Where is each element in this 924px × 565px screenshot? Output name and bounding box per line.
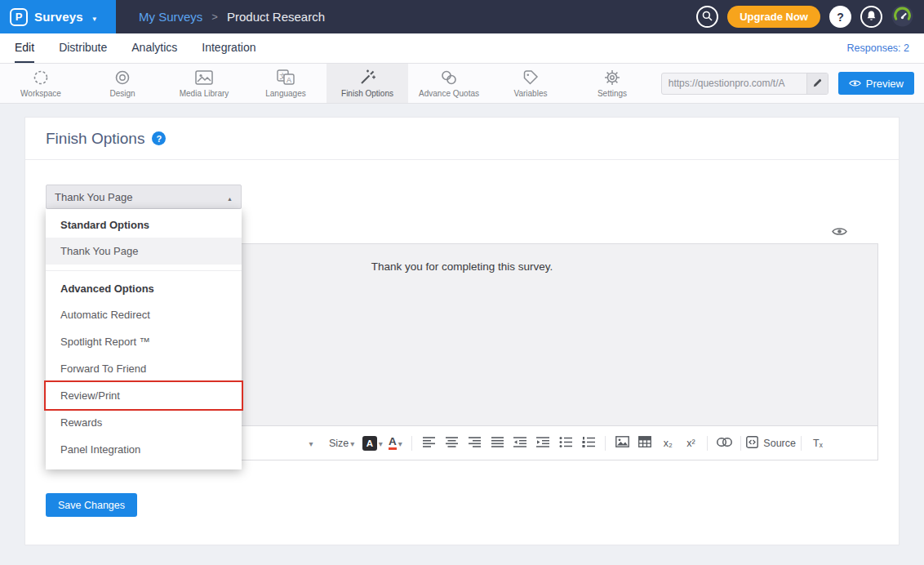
toolbar-item-languages[interactable]: 文A Languages (245, 64, 327, 103)
menu-item-forward-to-friend[interactable]: Forward To Friend (46, 355, 242, 382)
survey-section-tabs: Edit Distribute Analytics Integration Re… (0, 33, 924, 64)
topbar-actions: Upgrade Now ? (696, 6, 924, 28)
toolbar-item-finish-options[interactable]: Finish Options (327, 64, 408, 103)
tab-distribute[interactable]: Distribute (59, 33, 107, 63)
justify-button[interactable] (486, 433, 509, 454)
insert-table-button[interactable] (633, 433, 656, 454)
content-area: Finish Options ? Thank You Page Standard… (0, 104, 924, 565)
menu-item-automatic-redirect[interactable]: Automatic Redirect (46, 301, 242, 328)
survey-url-field[interactable]: https://questionpro.com/t/A (661, 73, 828, 95)
save-changes-button[interactable]: Save Changes (46, 493, 137, 517)
menu-item-spotlight-report[interactable]: Spotlight Report ™ (46, 328, 242, 355)
chain-links-icon (440, 69, 458, 86)
finish-option-select[interactable]: Thank You Page (46, 185, 242, 209)
align-right-icon (469, 437, 481, 450)
help-button[interactable]: ? (829, 6, 851, 28)
toolbar-separator (801, 436, 802, 451)
background-color-icon: A (362, 436, 377, 451)
menu-group-advanced-options: Advanced Options (46, 273, 242, 301)
edit-url-button[interactable] (806, 73, 828, 94)
eye-icon (832, 226, 847, 239)
numbered-list-button[interactable] (577, 433, 600, 454)
chevron-down-icon (350, 437, 354, 449)
table-icon (638, 436, 651, 450)
outdent-icon (513, 437, 526, 450)
insert-image-button[interactable] (611, 433, 633, 454)
tag-icon (522, 69, 539, 86)
breadcrumb-my-surveys[interactable]: My Surveys (139, 10, 202, 24)
subscript-button[interactable]: x₂ (656, 433, 679, 454)
tab-edit[interactable]: Edit (15, 33, 34, 63)
toolbar-separator (411, 436, 412, 451)
card-body: Thank You Page Standard Options Thank Yo… (25, 160, 899, 545)
numbered-list-icon (582, 437, 595, 450)
product-switcher[interactable]: P Surveys (0, 0, 116, 33)
questionpro-logo-icon: P (10, 8, 28, 26)
question-mark-icon: ? (837, 11, 844, 24)
page-title: Finish Options (46, 130, 144, 148)
toolbar-item-advance-quotas[interactable]: Advance Quotas (408, 64, 490, 103)
increase-indent-button[interactable] (531, 433, 554, 454)
select-value: Thank You Page (55, 191, 132, 203)
media-library-icon (195, 69, 213, 86)
remove-format-icon: Tₓ (813, 438, 823, 449)
toolbar-separator (605, 436, 606, 451)
insert-link-button[interactable] (713, 433, 735, 454)
workspace-icon (33, 69, 49, 86)
questionpro-app: P Surveys My Surveys > Product Research … (0, 0, 924, 565)
chevron-down-icon (379, 437, 383, 449)
responses-count[interactable]: Responses: 2 (847, 42, 909, 54)
tab-integration[interactable]: Integration (202, 33, 255, 63)
toolbar-item-design[interactable]: Design (82, 64, 163, 103)
remove-format-button[interactable]: Tₓ (806, 433, 829, 454)
search-button[interactable] (696, 6, 718, 28)
image-icon (615, 436, 629, 450)
page-help-button[interactable]: ? (152, 131, 166, 145)
breadcrumb-separator: > (211, 11, 218, 23)
subscript-icon: x₂ (664, 438, 673, 449)
toolbar-item-variables[interactable]: Variables (490, 64, 571, 103)
toggle-editor-preview-button[interactable] (832, 226, 847, 239)
notifications-button[interactable] (860, 6, 882, 28)
upgrade-now-button[interactable]: Upgrade Now (727, 6, 820, 28)
chevron-up-icon (227, 191, 233, 203)
preview-button[interactable]: Preview (838, 72, 914, 95)
toolbar-item-settings[interactable]: Settings (571, 64, 653, 103)
svg-text:A: A (287, 75, 291, 83)
menu-divider (46, 270, 242, 271)
usage-meter-button[interactable] (891, 6, 913, 28)
superscript-icon: x² (686, 438, 695, 449)
decrease-indent-button[interactable] (509, 433, 531, 454)
bulleted-list-button[interactable] (554, 433, 577, 454)
font-size-dropdown[interactable]: Size (329, 433, 354, 454)
chevron-down-icon (309, 437, 313, 449)
languages-icon: 文A (277, 69, 295, 86)
chevron-down-icon (398, 437, 402, 449)
search-icon (702, 11, 713, 24)
align-left-icon (423, 437, 435, 450)
gear-icon (604, 69, 620, 86)
source-button[interactable]: Source (746, 433, 796, 454)
background-color-button[interactable]: A (361, 433, 384, 454)
toolbar-item-workspace[interactable]: Workspace (0, 64, 82, 103)
tab-analytics[interactable]: Analytics (131, 33, 177, 63)
finish-option-select-wrap: Thank You Page Standard Options Thank Yo… (46, 185, 242, 209)
align-right-button[interactable] (463, 433, 486, 454)
align-left-button[interactable] (417, 433, 440, 454)
bell-icon (865, 10, 877, 24)
menu-item-thank-you-page[interactable]: Thank You Page (46, 238, 242, 265)
breadcrumb-current-survey: Product Research (227, 10, 325, 24)
gauge-icon (891, 5, 913, 29)
superscript-button[interactable]: x² (679, 433, 702, 454)
card-header: Finish Options ? (25, 118, 899, 160)
format-dropdown[interactable] (300, 433, 322, 454)
text-color-button[interactable]: A (384, 433, 406, 454)
product-name: Surveys (34, 10, 83, 24)
align-center-button[interactable] (440, 433, 463, 454)
menu-item-panel-integration[interactable]: Panel Integration (46, 436, 242, 463)
menu-item-review-print[interactable]: Review/Print (46, 382, 242, 409)
bulleted-list-icon (559, 437, 572, 450)
toolbar-separator (740, 436, 741, 451)
toolbar-item-media-library[interactable]: Media Library (163, 64, 245, 103)
menu-item-rewards[interactable]: Rewards (46, 409, 242, 436)
